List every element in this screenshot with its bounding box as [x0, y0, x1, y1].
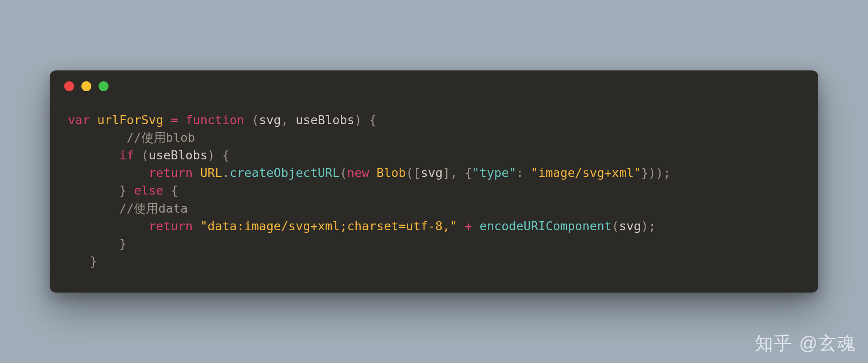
code-line-6: //使用data	[68, 201, 188, 215]
code-window: var urlForSvg = function (svg, useBlobs)…	[50, 70, 818, 293]
minimize-icon[interactable]	[81, 81, 91, 91]
function-encodeURIComponent: encodeURIComponent	[479, 219, 612, 233]
keyword-return: return	[149, 166, 193, 180]
string-literal: "image/svg+xml"	[531, 166, 641, 180]
comment: //使用data	[119, 201, 188, 215]
watermark-text: 知乎 @玄魂	[755, 331, 856, 356]
code-block: var urlForSvg = function (svg, useBlobs)…	[50, 102, 818, 270]
identifier-svg: svg	[619, 219, 641, 233]
keyword-var: var	[68, 113, 90, 127]
zoom-icon[interactable]	[99, 81, 108, 91]
keyword-return: return	[149, 219, 193, 233]
code-line-2: //使用blob	[68, 130, 195, 144]
code-line-1: var urlForSvg = function (svg, useBlobs)…	[68, 113, 377, 127]
class-Blob: Blob	[377, 166, 406, 180]
code-line-9: }	[68, 254, 97, 268]
method-createObjectURL: createObjectURL	[230, 166, 340, 180]
comment: //使用blob	[127, 130, 195, 144]
param-useBlobs: useBlobs	[296, 113, 354, 127]
code-line-3: if (useBlobs) {	[68, 148, 230, 162]
keyword-new: new	[347, 166, 369, 180]
identifier-useBlobs: useBlobs	[149, 148, 208, 162]
string-key-type: "type"	[472, 166, 516, 180]
function-name: urlForSvg	[97, 113, 163, 127]
code-line-5: } else {	[68, 183, 178, 197]
param-svg: svg	[259, 113, 281, 127]
keyword-if: if	[119, 148, 134, 162]
keyword-function: function	[185, 113, 244, 127]
code-line-4: return URL.createObjectURL(new Blob([svg…	[68, 166, 670, 180]
keyword-else: else	[134, 183, 163, 197]
window-titlebar	[50, 70, 818, 102]
class-URL: URL	[200, 166, 222, 180]
close-icon[interactable]	[64, 81, 74, 91]
code-line-8: }	[68, 237, 127, 251]
code-line-7: return "data:image/svg+xml;charset=utf-8…	[68, 219, 656, 233]
string-literal: "data:image/svg+xml;charset=utf-8,"	[200, 219, 458, 233]
identifier-svg: svg	[420, 166, 443, 180]
